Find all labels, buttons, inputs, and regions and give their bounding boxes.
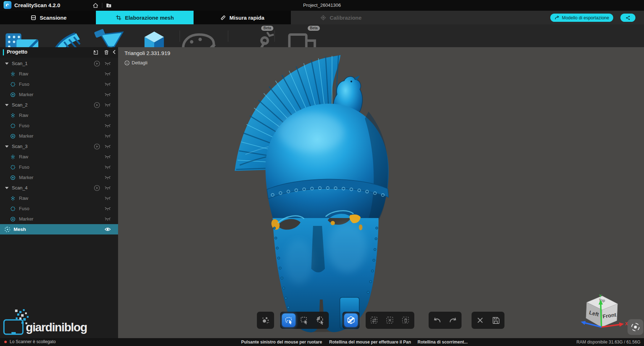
tree-item-fuso[interactable]: Fuso — [0, 162, 118, 172]
eye-closed-icon[interactable] — [104, 134, 111, 138]
tree-item-fuso[interactable]: Fuso — [0, 203, 118, 214]
tab-label: Calibrazione — [330, 15, 361, 21]
tab-misura-rapida[interactable]: Misura rapida — [212, 11, 273, 24]
tree-label: Raw — [19, 113, 28, 118]
viewport-toolbar-group — [429, 312, 462, 329]
eye-closed-icon[interactable] — [104, 103, 111, 107]
project-title: Project_26041306 — [0, 0, 644, 11]
share-button[interactable] — [620, 14, 635, 22]
viewport-3d[interactable]: Triangoli 2.331.919 Dettagli Top Left Fr… — [118, 47, 644, 338]
mouse-hint-rotate: Pulsante sinistro del mouse per ruotare — [241, 340, 322, 345]
save-button[interactable] — [489, 313, 503, 327]
tree-group-scan_1[interactable]: Scan_1 — [0, 58, 118, 69]
tree-item-marker[interactable]: Marker — [0, 214, 118, 224]
play-icon[interactable] — [94, 102, 100, 108]
eye-closed-icon[interactable] — [104, 113, 111, 118]
eye-closed-icon[interactable] — [104, 144, 111, 149]
tree-label: Marker — [19, 92, 33, 97]
tree-item-marker[interactable]: Marker — [0, 131, 118, 141]
eye-closed-icon[interactable] — [104, 71, 111, 76]
eye-closed-icon[interactable] — [104, 186, 111, 190]
caret-down-icon[interactable] — [5, 145, 9, 148]
ribbon-divider — [274, 30, 275, 42]
play-icon[interactable] — [94, 143, 100, 150]
tree-item-raw[interactable]: Raw — [0, 193, 118, 203]
tab-calibrazione[interactable]: Calibrazione — [291, 11, 391, 24]
tree-item-marker[interactable]: Marker — [0, 89, 118, 100]
tree-item-fuso[interactable]: Fuso — [0, 120, 118, 131]
eye-closed-icon[interactable] — [104, 92, 111, 97]
undo-button[interactable] — [430, 313, 444, 327]
share-icon — [625, 15, 630, 20]
orbit-reset-button[interactable] — [628, 319, 643, 335]
tab-scansione[interactable]: Scansione — [21, 11, 76, 24]
cancel-button[interactable] — [473, 313, 487, 327]
play-icon[interactable] — [94, 185, 100, 191]
accent-bar — [3, 49, 4, 55]
collapse-panel-icon[interactable] — [111, 49, 117, 55]
tab-elaborazione-mesh[interactable]: Elaborazione mesh — [96, 11, 194, 24]
details-link[interactable]: Dettagli — [125, 60, 170, 65]
export-model-button[interactable]: Modello di esportazione — [550, 14, 613, 22]
marker-icon — [10, 92, 16, 98]
tab-label: Misura rapida — [229, 15, 264, 21]
delete-selection-button[interactable] — [399, 313, 413, 327]
caret-down-icon[interactable] — [5, 63, 9, 65]
tree-group-scan_3[interactable]: Scan_3 — [0, 141, 118, 152]
eye-closed-icon[interactable] — [104, 154, 111, 159]
fused-icon — [10, 81, 16, 87]
eye-closed-icon[interactable] — [104, 165, 111, 169]
tree-group-scan_2[interactable]: Scan_2 — [0, 100, 118, 110]
status-dot — [4, 341, 7, 343]
scanner-status: Lo Scanner è scollegato — [4, 339, 56, 344]
navigation-cube[interactable]: Top Left Front Y X — [580, 293, 628, 329]
tab-label: Elaborazione mesh — [125, 15, 174, 21]
invert-selection-button[interactable] — [367, 313, 381, 327]
eye-closed-icon[interactable] — [104, 82, 111, 86]
tree-item-raw[interactable]: Raw — [0, 152, 118, 162]
eye-closed-icon[interactable] — [104, 61, 111, 66]
lasso-select-button[interactable] — [282, 313, 296, 327]
eye-closed-icon[interactable] — [104, 206, 111, 211]
tree-item-marker[interactable]: Marker — [0, 172, 118, 183]
tree-label: Marker — [19, 216, 33, 222]
tree-label: Scan_4 — [12, 185, 28, 191]
eye-closed-icon[interactable] — [104, 217, 111, 221]
tree-item-mesh[interactable]: Mesh — [0, 224, 118, 234]
giardiniblog-logo: giardiniblog — [3, 307, 95, 336]
eye-closed-icon[interactable] — [104, 196, 111, 201]
project-panel-title: Progetto — [7, 49, 28, 55]
caret-down-icon[interactable] — [5, 187, 9, 189]
tree-label: Raw — [19, 71, 28, 76]
circle-select-button[interactable] — [313, 313, 327, 327]
eye-closed-icon[interactable] — [104, 123, 111, 128]
eye-closed-icon[interactable] — [104, 175, 111, 180]
model-3d-helmet[interactable] — [118, 47, 644, 338]
details-label: Dettagli — [132, 60, 147, 65]
ribbon-divider — [180, 30, 180, 42]
mouse-hint-scroll: Rotellina di scorriment... — [418, 340, 468, 345]
eye-open-icon[interactable] — [104, 227, 111, 232]
tree-label: Fuso — [19, 81, 29, 87]
clear-selection-button[interactable] — [383, 313, 397, 327]
rect-select-button[interactable] — [298, 313, 311, 327]
tree-label: Scan_1 — [12, 61, 28, 66]
fused-icon — [10, 206, 16, 212]
import-project-icon[interactable] — [93, 49, 99, 55]
delete-project-icon[interactable] — [103, 49, 109, 55]
caret-down-icon[interactable] — [5, 104, 9, 106]
redo-button[interactable] — [446, 313, 460, 327]
project-sidebar: Progetto Scan_1RawFusoMarkerScan_2RawFus… — [0, 47, 118, 338]
tree-item-raw[interactable]: Raw — [0, 69, 118, 79]
tree-group-scan_4[interactable]: Scan_4 — [0, 183, 118, 193]
select-through-button[interactable] — [344, 313, 358, 327]
model-info: Triangoli 2.331.919 Dettagli — [125, 50, 170, 65]
play-icon[interactable] — [94, 60, 100, 67]
raw-icon — [10, 154, 16, 160]
point-display-button[interactable] — [259, 313, 272, 327]
viewport-toolbar-group — [342, 312, 360, 329]
cube-face-top[interactable]: Top — [599, 298, 605, 303]
project-tree: Scan_1RawFusoMarkerScan_2RawFusoMarkerSc… — [0, 58, 118, 234]
tree-item-fuso[interactable]: Fuso — [0, 79, 118, 89]
tree-item-raw[interactable]: Raw — [0, 110, 118, 120]
